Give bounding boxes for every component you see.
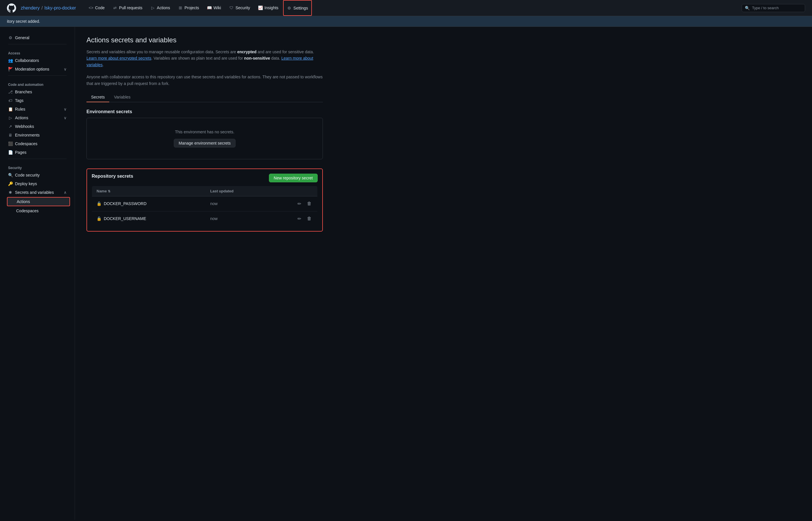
- sidebar-item-label: Actions: [15, 115, 28, 120]
- tab-variables[interactable]: Variables: [109, 92, 135, 102]
- env-secrets-box: This environment has no secrets. Manage …: [86, 118, 323, 159]
- github-logo-icon: [7, 3, 16, 13]
- sort-icon[interactable]: ⇅: [108, 189, 110, 193]
- sidebar-item-label: Pages: [15, 150, 26, 155]
- sidebar-item-label: Collaborators: [15, 58, 39, 63]
- delete-secret-button[interactable]: 🗑: [306, 215, 313, 222]
- sidebar-item-codespaces[interactable]: ⬛ Codespaces: [5, 140, 70, 148]
- sidebar-item-rules[interactable]: 📋 Rules ∨: [5, 105, 70, 113]
- sidebar-item-label: Codespaces: [15, 141, 38, 146]
- tab-insights-label: Insights: [264, 5, 278, 10]
- col-last-updated-header: Last updated: [206, 186, 268, 196]
- sidebar-item-environments[interactable]: 🖥 Environments: [5, 131, 70, 139]
- sidebar-item-label: Moderation options: [15, 67, 49, 71]
- repo-owner[interactable]: zhendery: [21, 5, 40, 10]
- sidebar-item-pages[interactable]: 📄 Pages: [5, 148, 70, 156]
- code-icon: <>: [89, 5, 93, 10]
- repo-secrets-header: Repository secrets New repository secret: [92, 174, 318, 182]
- pr-icon: ⇄: [113, 5, 117, 10]
- tab-actions[interactable]: ▷ Actions: [147, 0, 173, 16]
- webhook-icon: ↗: [8, 124, 13, 129]
- moderation-icon: 🚩: [8, 67, 13, 71]
- table-row: 🔒 DOCKER_PASSWORD now ✏ 🗑: [92, 196, 318, 211]
- key-icon: 🔑: [8, 181, 13, 186]
- sidebar-item-deploy-keys[interactable]: 🔑 Deploy keys: [5, 180, 70, 188]
- tab-insights[interactable]: 📈 Insights: [255, 0, 282, 16]
- sidebar-item-code-security[interactable]: 🔍 Code security: [5, 171, 70, 179]
- secret-name-value: DOCKER_PASSWORD: [104, 201, 146, 206]
- gear-icon: ⚙: [8, 36, 13, 40]
- search-bar[interactable]: 🔍 Type / to search: [742, 4, 805, 12]
- sidebar-section-code: Code and automation: [5, 78, 70, 88]
- description-access: Anyone with collaborator access to this …: [86, 74, 323, 87]
- search-icon: 🔍: [745, 6, 750, 10]
- sidebar-section-access: Access: [5, 47, 70, 56]
- sidebar-item-label: Tags: [15, 98, 24, 103]
- learn-more-secrets-link[interactable]: Learn more about encrypted secrets: [86, 56, 151, 61]
- tab-projects[interactable]: ⊞ Projects: [175, 0, 202, 16]
- secret-name-cell: 🔒 DOCKER_PASSWORD: [92, 196, 206, 211]
- sidebar-item-tags[interactable]: 🏷 Tags: [5, 96, 70, 105]
- edit-secret-button[interactable]: ✏: [296, 200, 302, 208]
- col-name-label: Name: [97, 189, 107, 193]
- lock-icon: 🔒: [97, 201, 102, 206]
- main-content: Actions secrets and variables Secrets an…: [75, 27, 334, 520]
- tab-secrets[interactable]: Secrets: [86, 92, 109, 102]
- repo-secrets-section: Repository secrets New repository secret…: [86, 168, 323, 231]
- edit-secret-button[interactable]: ✏: [296, 215, 302, 223]
- delete-secret-button[interactable]: 🗑: [306, 200, 313, 207]
- col-actions-header: [268, 186, 318, 196]
- secret-last-updated: now: [206, 211, 268, 226]
- secret-last-updated: now: [206, 196, 268, 211]
- repo-name[interactable]: lsky-pro-docker: [44, 5, 76, 10]
- tab-code[interactable]: <> Code: [85, 0, 108, 16]
- tab-bar: Secrets Variables: [86, 92, 323, 102]
- sidebar-item-codespaces-subitem[interactable]: Codespaces: [7, 207, 70, 215]
- col-last-updated-label: Last updated: [210, 189, 234, 193]
- col-name-header: Name ⇅: [92, 186, 206, 196]
- sidebar-item-branches[interactable]: ⎇ Branches: [5, 88, 70, 96]
- secrets-table: Name ⇅ Last updated 🔒: [92, 186, 318, 226]
- repo-secrets-title: Repository secrets: [92, 174, 133, 179]
- tab-wiki-label: Wiki: [214, 5, 221, 10]
- sidebar-item-moderation[interactable]: 🚩 Moderation options ∨: [5, 65, 70, 73]
- description-encrypted: Secrets and variables allow you to manag…: [86, 49, 323, 68]
- sidebar-subitem-label: Codespaces: [16, 208, 39, 213]
- tab-pull-requests[interactable]: ⇄ Pull requests: [109, 0, 146, 16]
- sidebar-section-security: Security: [5, 161, 70, 171]
- sidebar-item-actions-subitem[interactable]: Actions: [7, 197, 70, 206]
- env-empty-text: This environment has no secrets.: [92, 130, 317, 134]
- breadcrumb-separator: /: [42, 5, 43, 10]
- sidebar-item-collaborators[interactable]: 👥 Collaborators: [5, 56, 70, 65]
- shield-icon: 🔍: [8, 173, 13, 177]
- secret-actions-cell: ✏ 🗑: [268, 196, 318, 211]
- sidebar-item-general[interactable]: ⚙ General: [5, 34, 70, 42]
- tab-settings[interactable]: ⚙ Settings: [283, 0, 312, 16]
- tab-code-label: Code: [95, 5, 105, 10]
- sidebar-subitem-label: Actions: [17, 199, 30, 204]
- table-row: 🔒 DOCKER_USERNAME now ✏ 🗑: [92, 211, 318, 226]
- sidebar-item-webhooks[interactable]: ↗ Webhooks: [5, 122, 70, 131]
- security-nav-icon: 🛡: [229, 5, 234, 10]
- environments-icon: 🖥: [8, 133, 13, 137]
- new-repository-secret-button[interactable]: New repository secret: [269, 174, 318, 182]
- sidebar-item-label: Branches: [15, 90, 32, 94]
- manage-env-secrets-button[interactable]: Manage environment secrets: [174, 139, 236, 148]
- sidebar-item-actions[interactable]: ▷ Actions ∨: [5, 114, 70, 122]
- chevron-up-icon: ∧: [64, 190, 67, 195]
- wiki-icon: 📖: [207, 5, 212, 10]
- branches-icon: ⎇: [8, 90, 13, 94]
- actions-nav-icon: ▷: [150, 5, 155, 10]
- tag-icon: 🏷: [8, 98, 13, 103]
- tab-wiki[interactable]: 📖 Wiki: [204, 0, 225, 16]
- sidebar-item-secrets-variables[interactable]: ✱ Secrets and variables ∧: [5, 188, 70, 197]
- asterisk-icon: ✱: [8, 190, 13, 195]
- repo-breadcrumb: zhendery / lsky-pro-docker: [21, 5, 76, 10]
- table-header-row: Name ⇅ Last updated: [92, 186, 318, 196]
- projects-icon: ⊞: [178, 5, 183, 10]
- sidebar-item-label: Rules: [15, 107, 25, 111]
- tab-projects-label: Projects: [185, 5, 199, 10]
- tab-settings-label: Settings: [294, 6, 308, 10]
- tab-security[interactable]: 🛡 Security: [226, 0, 254, 16]
- codespaces-icon: ⬛: [8, 141, 13, 146]
